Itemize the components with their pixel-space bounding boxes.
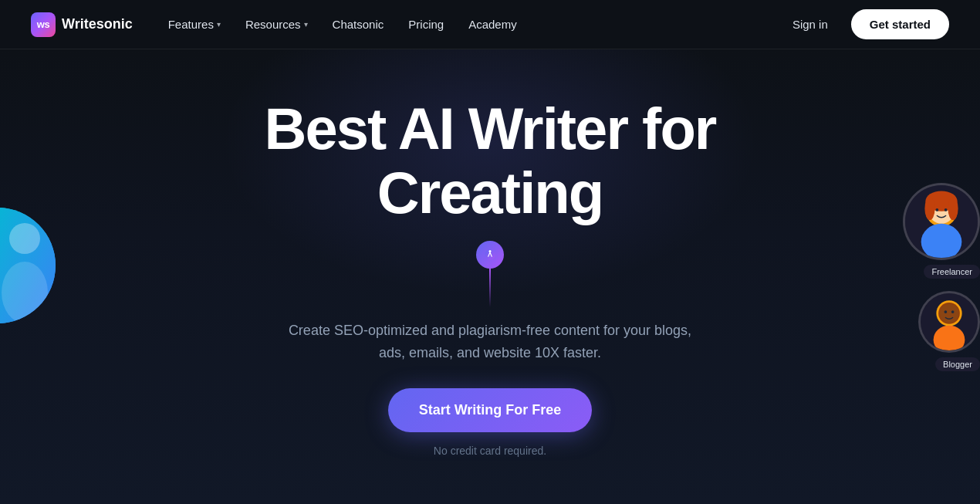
navbar-left: ws Writesonic Features ▾ Resources ▾ Cha…	[31, 12, 528, 37]
logo-icon: ws	[31, 12, 56, 37]
hero-section: Freelancer Blogger	[0, 49, 980, 504]
svg-point-15	[940, 303, 958, 322]
get-started-button[interactable]: Get started	[851, 9, 949, 39]
avatar-right-top: Freelancer	[903, 183, 980, 279]
features-label: Features	[168, 18, 214, 31]
sign-in-button[interactable]: Sign in	[782, 12, 839, 37]
academy-label: Academy	[468, 18, 517, 31]
svg-point-17	[951, 310, 955, 313]
svg-point-2	[2, 262, 48, 323]
resources-label: Resources	[245, 18, 301, 31]
no-credit-text: No credit card required.	[434, 445, 546, 457]
hero-title: Best AI Writer for Creating	[158, 96, 822, 225]
nav-item-features[interactable]: Features ▾	[157, 12, 231, 37]
hero-content: Best AI Writer for Creating Create	[143, 96, 837, 458]
nav-item-resources[interactable]: Resources ▾	[235, 12, 319, 37]
logo[interactable]: ws Writesonic	[31, 12, 133, 37]
chevron-down-icon: ▾	[217, 20, 221, 29]
pricing-label: Pricing	[408, 18, 444, 31]
svg-point-16	[945, 310, 948, 313]
avatars-right: Freelancer Blogger	[903, 183, 980, 371]
brand-name: Writesonic	[62, 16, 133, 32]
avatar-left	[0, 208, 56, 323]
freelancer-label: Freelancer	[924, 265, 980, 279]
avatar-right-bottom: Blogger	[918, 291, 980, 371]
hero-description: Create SEO-optimized and plagiarism-free…	[278, 320, 702, 364]
svg-point-10	[935, 208, 938, 211]
svg-point-1	[9, 223, 40, 254]
blogger-label: Blogger	[935, 357, 980, 371]
avatar-freelancer	[903, 183, 980, 260]
cta-button[interactable]: Start Writing For Free	[388, 388, 593, 432]
navbar: ws Writesonic Features ▾ Resources ▾ Cha…	[0, 0, 980, 49]
avatar-circle-left	[0, 208, 56, 323]
pencil-icon	[476, 241, 504, 269]
avatar-blogger	[918, 291, 980, 353]
svg-point-8	[948, 197, 958, 220]
navbar-right: Sign in Get started	[782, 9, 949, 39]
nav-links: Features ▾ Resources ▾ Chatsonic Pricing…	[157, 12, 528, 37]
nav-item-chatsonic[interactable]: Chatsonic	[322, 12, 395, 37]
chevron-down-icon: ▾	[304, 20, 308, 29]
pin-container	[476, 241, 504, 307]
svg-point-20	[489, 250, 492, 252]
pin-line	[489, 269, 491, 307]
nav-item-academy[interactable]: Academy	[458, 12, 528, 37]
svg-point-11	[945, 208, 948, 211]
chatsonic-label: Chatsonic	[333, 18, 384, 31]
nav-item-pricing[interactable]: Pricing	[397, 12, 455, 37]
svg-point-7	[924, 197, 934, 220]
